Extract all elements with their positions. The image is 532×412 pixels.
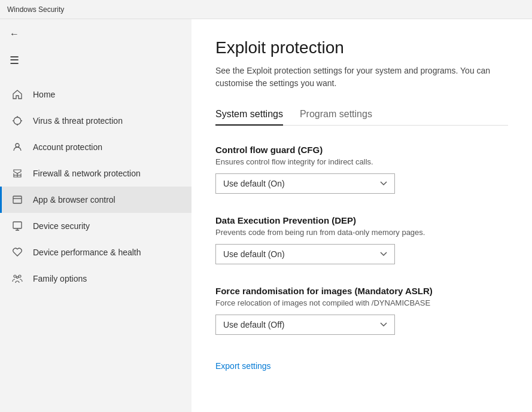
svg-rect-1 xyxy=(13,196,22,203)
hamburger-button[interactable]: ☰ xyxy=(0,49,191,72)
setting-section-aslr: Force randomisation for images (Mandator… xyxy=(215,286,508,335)
sidebar-item-label-appbrowser: App & browser control xyxy=(33,195,115,205)
home-icon xyxy=(11,88,23,100)
chevron-down-icon-cfg xyxy=(380,179,387,188)
chevron-down-icon-aslr xyxy=(380,321,387,329)
setting-description-dep: Prevents code from being run from data-o… xyxy=(215,228,508,237)
setting-dropdown-aslr[interactable]: Use default (Off) xyxy=(215,315,395,335)
sidebar-item-label-virus: Virus & threat protection xyxy=(33,116,123,126)
hamburger-icon: ☰ xyxy=(10,54,19,67)
back-icon: ← xyxy=(10,29,19,39)
sidebar: ← ☰ Home Virus & threat protection Accou… xyxy=(0,19,191,412)
main-container: ← ☰ Home Virus & threat protection Accou… xyxy=(0,19,532,412)
svg-point-0 xyxy=(16,144,19,147)
sidebar-item-label-account: Account protection xyxy=(33,142,102,152)
sidebar-item-virus[interactable]: Virus & threat protection xyxy=(0,108,191,134)
sidebar-item-devicesecurity[interactable]: Device security xyxy=(0,213,191,239)
svg-rect-2 xyxy=(13,222,22,228)
svg-point-4 xyxy=(19,275,21,277)
setting-section-dep: Data Execution Prevention (DEP)Prevents … xyxy=(215,215,508,264)
setting-dropdown-value-aslr: Use default (Off) xyxy=(223,320,284,329)
devicesecurity-icon xyxy=(11,220,23,232)
titlebar: Windows Security xyxy=(0,0,532,19)
tabs-container: System settingsProgram settings xyxy=(215,104,508,126)
settings-container: Control flow guard (CFG)Ensures control … xyxy=(215,145,508,335)
sidebar-item-label-devicesecurity: Device security xyxy=(33,221,90,231)
tab-system[interactable]: System settings xyxy=(215,104,283,126)
setting-description-cfg: Ensures control flow integrity for indir… xyxy=(215,157,508,166)
sidebar-item-firewall[interactable]: Firewall & network protection xyxy=(0,160,191,187)
chevron-down-icon-dep xyxy=(380,250,387,258)
svg-point-3 xyxy=(14,275,16,277)
sidebar-item-account[interactable]: Account protection xyxy=(0,134,191,160)
sidebar-item-label-home: Home xyxy=(33,90,55,99)
sidebar-item-devicehealth[interactable]: Device performance & health xyxy=(0,239,191,265)
sidebar-item-home[interactable]: Home xyxy=(0,81,191,108)
back-button[interactable]: ← xyxy=(0,24,191,44)
export-settings-link[interactable]: Export settings xyxy=(215,361,271,371)
setting-dropdown-cfg[interactable]: Use default (On) xyxy=(215,173,395,194)
sidebar-item-label-devicehealth: Device performance & health xyxy=(33,248,141,257)
setting-description-aslr: Force relocation of images not compiled … xyxy=(215,298,508,307)
devicehealth-icon xyxy=(11,246,23,258)
appbrowser-icon xyxy=(11,194,23,206)
sidebar-item-label-family: Family options xyxy=(33,274,87,283)
page-title: Exploit protection xyxy=(215,38,508,57)
family-icon xyxy=(11,273,23,285)
setting-title-dep: Data Execution Prevention (DEP) xyxy=(215,215,508,225)
content-area: Exploit protection See the Exploit prote… xyxy=(191,19,532,412)
setting-section-cfg: Control flow guard (CFG)Ensures control … xyxy=(215,145,508,194)
setting-title-aslr: Force randomisation for images (Mandator… xyxy=(215,286,508,296)
account-icon xyxy=(11,141,23,153)
tab-program[interactable]: Program settings xyxy=(300,104,372,126)
setting-title-cfg: Control flow guard (CFG) xyxy=(215,145,508,155)
sidebar-item-appbrowser[interactable]: App & browser control xyxy=(0,187,191,213)
sidebar-item-label-firewall: Firewall & network protection xyxy=(33,169,141,178)
setting-dropdown-value-cfg: Use default (On) xyxy=(223,179,285,188)
setting-dropdown-dep[interactable]: Use default (On) xyxy=(215,244,395,264)
sidebar-nav: Home Virus & threat protection Account p… xyxy=(0,81,191,292)
svg-point-5 xyxy=(17,277,19,279)
sidebar-item-family[interactable]: Family options xyxy=(0,265,191,292)
virus-icon xyxy=(11,115,23,127)
page-description: See the Exploit protection settings for … xyxy=(215,65,503,90)
firewall-icon xyxy=(11,167,23,179)
titlebar-text: Windows Security xyxy=(7,5,64,14)
setting-dropdown-value-dep: Use default (On) xyxy=(223,249,285,259)
